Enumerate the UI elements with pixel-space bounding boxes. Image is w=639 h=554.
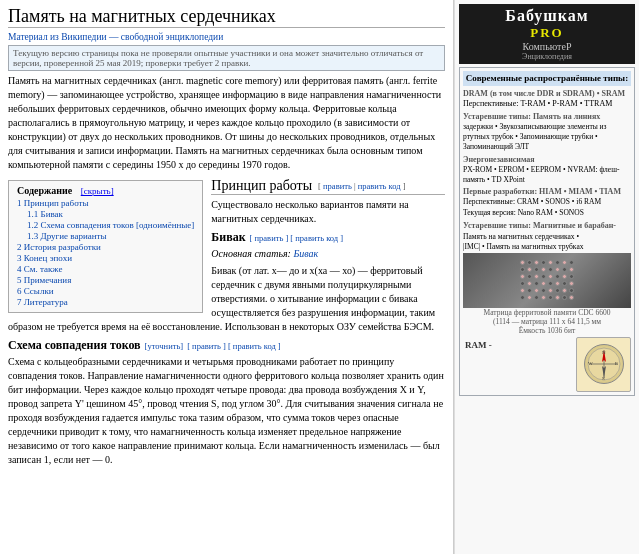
matrix-dot [541, 281, 546, 286]
matrix-dot [555, 274, 560, 279]
content-area: Память на магнитных сердечниках Материал… [0, 0, 454, 554]
matrix-grid [520, 260, 575, 301]
matrix-dot [541, 295, 546, 300]
matrix-dot [541, 274, 546, 279]
toc-item: 6 Ссылки [17, 286, 194, 296]
section-body-sovpadenie: Схема с кольцеобразными сердечниками и ч… [8, 355, 445, 467]
toc-box: Содержание [скрыть] 1 Принцип работы 1.1… [8, 180, 203, 313]
matrix-dot [548, 288, 553, 293]
matrix-dot [534, 288, 539, 293]
matrix-dot [548, 281, 553, 286]
matrix-dot [569, 288, 574, 293]
infobox-current: Текущая версия: Nano RAM • SONOS [463, 208, 631, 219]
matrix-dot [520, 260, 525, 265]
pro-tagline: Энциклопедия [461, 52, 633, 61]
matrix-dot [555, 288, 560, 293]
matrix-dot [569, 267, 574, 272]
matrix-dot [555, 295, 560, 300]
subsection-bivak: Бивак [ править ] [ править код ] [211, 230, 445, 245]
toc-list: 1 Принцип работы 1.1 Бивак 1.2 Схема сов… [17, 198, 194, 307]
matrix-dot [562, 281, 567, 286]
ram-label-area: RAM - [463, 337, 574, 392]
matrix-dot [548, 260, 553, 265]
matrix-dot [548, 295, 553, 300]
subsection-title-bivak: Бивак [211, 230, 245, 245]
matrix-dot [555, 260, 560, 265]
infobox-mem: Память на магнитных сердечниках • [463, 232, 631, 243]
matrix-caption: Матрица ферритовой памяти CDC 6600 [463, 308, 631, 317]
matrix-dot [562, 295, 567, 300]
matrix-dot [520, 274, 525, 279]
infobox-dep1: задержки • Звукозаписывающие элементы из [463, 122, 631, 132]
infobox-first: Первые разработки: HIAM • MIAM • TIAM [463, 186, 631, 197]
matrix-dot [534, 274, 539, 279]
matrix-dot [527, 288, 532, 293]
infobox-energy-items: PX-ROM • EPROM • EEPROM • NVRAM: флеш-па… [463, 165, 631, 185]
infobox-persp2: Перспективные: CRAM • SONOS • i6 RAM [463, 197, 631, 208]
matrix-dot [527, 267, 532, 272]
matrix-dot [562, 288, 567, 293]
infobox-persp: Перспективные: T-RAM • P-RAM • TTRAM [463, 99, 631, 109]
matrix-dot [520, 288, 525, 293]
compass-image: N S W E [576, 337, 631, 392]
section-title-sovpadenie: Схема совпадения токов [8, 338, 141, 353]
article-intro: Память на магнитных сердечниках (англ. m… [8, 74, 445, 172]
matrix-dot [569, 295, 574, 300]
matrix-dot [520, 281, 525, 286]
matrix-dot [562, 260, 567, 265]
matrix-dot [534, 260, 539, 265]
section-heading-prinzip: Принцип работы [ править | править код ] [211, 178, 445, 195]
matrix-dot [569, 281, 574, 286]
toc-item: 3 Конец эпохи [17, 253, 194, 263]
matrix-dot [555, 281, 560, 286]
pro-banner: Бабушкам PRO КомпьютеР Энциклопедия [459, 4, 635, 64]
subtitle: Материал из Википедии — свободной энцикл… [8, 30, 445, 42]
svg-text:S: S [602, 376, 605, 381]
toc-item: 1.1 Бивак [17, 209, 194, 219]
matrix-dot [534, 295, 539, 300]
matrix-dot [569, 274, 574, 279]
page-title: Память на магнитных сердечниках [8, 6, 445, 28]
infobox-modern-types: DRAM (в том числе DDR и SDRAM) • SRAM [463, 88, 631, 99]
matrix-dot [541, 288, 546, 293]
svg-text:E: E [615, 361, 618, 366]
section-heading-sovpadenie: Схема совпадения токов [уточнить] [ прав… [8, 338, 445, 353]
infobox-dep3: Запоминающий ЭЛТ [463, 142, 631, 152]
matrix-dot [555, 267, 560, 272]
section-edit-links: [ править | править код ] [318, 181, 406, 191]
bottom-images: RAM - N S W [463, 337, 631, 392]
matrix-dot [562, 274, 567, 279]
matrix-image [463, 253, 631, 308]
toc-item: 7 Литература [17, 297, 194, 307]
toc-item: 2 История разработки [17, 242, 194, 252]
toc-hide-link[interactable]: [скрыть] [81, 186, 114, 196]
matrix-dot [534, 281, 539, 286]
matrix-dot [527, 260, 532, 265]
toc-title: Содержание [скрыть] [17, 185, 194, 196]
section-edit-links2: [ править ] [ править код ] [187, 341, 281, 351]
infobox-energy-title: Энергонезависимая [463, 154, 631, 165]
compass-circle: N S W E [584, 344, 624, 384]
infobox-dep2: ртутных трубок • Запоминающие трубки • [463, 132, 631, 142]
matrix-dot [527, 274, 532, 279]
ram-label: RAM - [463, 337, 574, 354]
matrix-dot [527, 281, 532, 286]
sidebar: Бабушкам PRO КомпьютеР Энциклопедия Совр… [454, 0, 639, 554]
toc-item: 1.3 Другие варианты [17, 231, 194, 241]
matrix-sub: (1114 — матрица 111 x 64 11,5 мм [463, 317, 631, 326]
matrix-dot [520, 267, 525, 272]
section-title-prinzip: Принцип работы [211, 178, 312, 194]
toc-item: 4 См. также [17, 264, 194, 274]
subtitle-link[interactable]: Материал из Википедии — свободной энцикл… [8, 32, 223, 42]
matrix-dot [541, 267, 546, 272]
matrix-dot [534, 267, 539, 272]
matrix-dot [541, 260, 546, 265]
matrix-dot [569, 260, 574, 265]
subsection-edit-links: [ править ] [ править код ] [250, 233, 344, 243]
infobox: Современные распространённые типы: DRAM … [459, 67, 635, 396]
toc-item: 5 Примечания [17, 275, 194, 285]
toc-item: 1.2 Схема совпадения токов [одноимённые] [17, 220, 194, 230]
main-container: Память на магнитных сердечниках Материал… [0, 0, 639, 554]
infobox-title: Современные распространённые типы: [463, 71, 631, 86]
matrix-dot [520, 295, 525, 300]
